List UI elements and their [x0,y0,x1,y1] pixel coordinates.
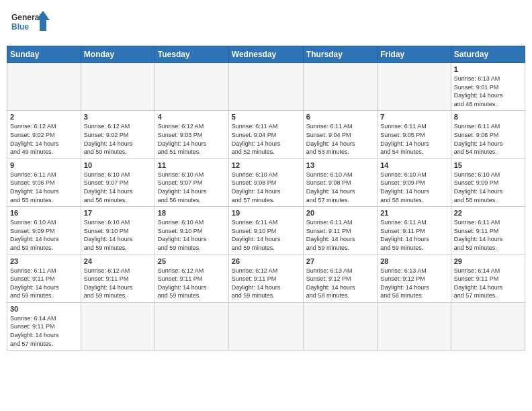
day-number: 7 [380,113,447,121]
day-number: 13 [306,161,374,169]
day-info: Sunrise: 6:10 AM Sunset: 9:10 PM Dayligh… [84,218,152,252]
calendar-cell [81,302,154,350]
calendar-cell: 7Sunrise: 6:11 AM Sunset: 9:05 PM Daylig… [378,111,451,158]
calendar-table: SundayMondayTuesdayWednesdayThursdayFrid… [7,46,525,351]
calendar-cell: 11Sunrise: 6:10 AM Sunset: 9:07 PM Dayli… [154,158,228,206]
day-info: Sunrise: 6:11 AM Sunset: 9:10 PM Dayligh… [232,218,300,252]
calendar-cell [7,63,81,111]
day-info: Sunrise: 6:13 AM Sunset: 9:12 PM Dayligh… [380,267,447,300]
day-number: 29 [454,257,522,265]
calendar-cell: 12Sunrise: 6:10 AM Sunset: 9:08 PM Dayli… [228,158,303,206]
day-number: 24 [84,257,152,265]
day-info: Sunrise: 6:12 AM Sunset: 9:11 PM Dayligh… [84,267,152,300]
day-number: 19 [232,209,300,217]
calendar-cell: 29Sunrise: 6:14 AM Sunset: 9:11 PM Dayli… [451,255,525,302]
day-info: Sunrise: 6:10 AM Sunset: 9:09 PM Dayligh… [380,171,447,204]
day-info: Sunrise: 6:14 AM Sunset: 9:11 PM Dayligh… [454,267,522,300]
calendar-cell: 1Sunrise: 6:13 AM Sunset: 9:01 PM Daylig… [451,63,525,111]
day-number: 16 [10,209,78,217]
calendar-cell: 26Sunrise: 6:12 AM Sunset: 9:11 PM Dayli… [228,255,303,302]
calendar-cell: 28Sunrise: 6:13 AM Sunset: 9:12 PM Dayli… [378,255,451,302]
calendar-cell: 27Sunrise: 6:13 AM Sunset: 9:12 PM Dayli… [303,255,377,302]
calendar-week-row: 16Sunrise: 6:10 AM Sunset: 9:09 PM Dayli… [7,207,525,255]
day-info: Sunrise: 6:10 AM Sunset: 9:07 PM Dayligh… [158,171,226,204]
day-number: 30 [10,305,78,313]
weekday-header-thursday: Thursday [303,46,377,63]
calendar-cell: 13Sunrise: 6:10 AM Sunset: 9:08 PM Dayli… [303,158,377,206]
day-number: 27 [306,257,374,265]
day-info: Sunrise: 6:12 AM Sunset: 9:02 PM Dayligh… [10,122,78,156]
calendar-cell: 3Sunrise: 6:12 AM Sunset: 9:02 PM Daylig… [81,111,154,158]
day-info: Sunrise: 6:12 AM Sunset: 9:11 PM Dayligh… [232,267,300,300]
day-info: Sunrise: 6:11 AM Sunset: 9:11 PM Dayligh… [306,218,374,252]
calendar-cell [303,302,377,350]
day-info: Sunrise: 6:12 AM Sunset: 9:11 PM Dayligh… [158,267,226,300]
calendar-cell [378,63,451,111]
day-info: Sunrise: 6:12 AM Sunset: 9:03 PM Dayligh… [158,122,226,156]
calendar-cell [81,63,154,111]
calendar-cell [154,302,228,350]
calendar-cell: 15Sunrise: 6:10 AM Sunset: 9:09 PM Dayli… [451,158,525,206]
weekday-header-row: SundayMondayTuesdayWednesdayThursdayFrid… [7,46,525,63]
day-number: 21 [380,209,447,217]
day-number: 14 [380,161,447,169]
weekday-header-sunday: Sunday [7,46,81,63]
calendar-cell: 2Sunrise: 6:12 AM Sunset: 9:02 PM Daylig… [7,111,81,158]
weekday-header-wednesday: Wednesday [228,46,303,63]
calendar-cell: 14Sunrise: 6:10 AM Sunset: 9:09 PM Dayli… [378,158,451,206]
day-info: Sunrise: 6:11 AM Sunset: 9:06 PM Dayligh… [454,122,522,156]
day-number: 6 [306,113,374,121]
calendar-week-row: 1Sunrise: 6:13 AM Sunset: 9:01 PM Daylig… [7,63,525,111]
calendar-cell: 21Sunrise: 6:11 AM Sunset: 9:11 PM Dayli… [378,207,451,255]
weekday-header-friday: Friday [378,46,451,63]
day-number: 28 [380,257,447,265]
calendar-cell: 20Sunrise: 6:11 AM Sunset: 9:11 PM Dayli… [303,207,377,255]
day-number: 26 [232,257,300,265]
day-number: 15 [454,161,522,169]
calendar-cell: 16Sunrise: 6:10 AM Sunset: 9:09 PM Dayli… [7,207,81,255]
calendar-cell: 6Sunrise: 6:11 AM Sunset: 9:04 PM Daylig… [303,111,377,158]
calendar-cell: 30Sunrise: 6:14 AM Sunset: 9:11 PM Dayli… [7,302,81,350]
calendar-week-row: 30Sunrise: 6:14 AM Sunset: 9:11 PM Dayli… [7,302,525,350]
day-info: Sunrise: 6:11 AM Sunset: 9:06 PM Dayligh… [10,171,78,204]
calendar-cell: 17Sunrise: 6:10 AM Sunset: 9:10 PM Dayli… [81,207,154,255]
calendar-cell: 24Sunrise: 6:12 AM Sunset: 9:11 PM Dayli… [81,255,154,302]
calendar-cell: 22Sunrise: 6:11 AM Sunset: 9:11 PM Dayli… [451,207,525,255]
day-info: Sunrise: 6:13 AM Sunset: 9:12 PM Dayligh… [306,267,374,300]
day-number: 17 [84,209,152,217]
day-number: 4 [158,113,226,121]
day-info: Sunrise: 6:11 AM Sunset: 9:11 PM Dayligh… [10,267,78,300]
calendar-cell [154,63,228,111]
day-info: Sunrise: 6:11 AM Sunset: 9:04 PM Dayligh… [232,122,300,156]
svg-text:General: General [11,13,42,22]
day-info: Sunrise: 6:13 AM Sunset: 9:01 PM Dayligh… [454,75,522,108]
day-number: 2 [10,113,78,121]
day-number: 22 [454,209,522,217]
day-info: Sunrise: 6:12 AM Sunset: 9:02 PM Dayligh… [84,122,152,156]
weekday-header-saturday: Saturday [451,46,525,63]
day-info: Sunrise: 6:10 AM Sunset: 9:10 PM Dayligh… [158,218,226,252]
day-number: 1 [454,65,522,73]
day-info: Sunrise: 6:10 AM Sunset: 9:08 PM Dayligh… [232,171,300,204]
calendar-cell: 9Sunrise: 6:11 AM Sunset: 9:06 PM Daylig… [7,158,81,206]
calendar-cell: 8Sunrise: 6:11 AM Sunset: 9:06 PM Daylig… [451,111,525,158]
calendar-cell [378,302,451,350]
day-number: 10 [84,161,152,169]
day-info: Sunrise: 6:11 AM Sunset: 9:04 PM Dayligh… [306,122,374,156]
calendar-cell [303,63,377,111]
day-info: Sunrise: 6:11 AM Sunset: 9:11 PM Dayligh… [454,218,522,252]
calendar-cell: 5Sunrise: 6:11 AM Sunset: 9:04 PM Daylig… [228,111,303,158]
calendar-week-row: 23Sunrise: 6:11 AM Sunset: 9:11 PM Dayli… [7,255,525,302]
day-info: Sunrise: 6:10 AM Sunset: 9:07 PM Dayligh… [84,171,152,204]
day-number: 18 [158,209,226,217]
day-info: Sunrise: 6:14 AM Sunset: 9:11 PM Dayligh… [10,314,78,348]
logo: General Blue [11,9,51,39]
day-number: 9 [10,161,78,169]
day-info: Sunrise: 6:10 AM Sunset: 9:08 PM Dayligh… [306,171,374,204]
calendar-cell: 4Sunrise: 6:12 AM Sunset: 9:03 PM Daylig… [154,111,228,158]
day-number: 20 [306,209,374,217]
day-info: Sunrise: 6:10 AM Sunset: 9:09 PM Dayligh… [454,171,522,204]
day-info: Sunrise: 6:11 AM Sunset: 9:05 PM Dayligh… [380,122,447,156]
svg-text:Blue: Blue [11,22,29,32]
calendar-cell [228,302,303,350]
